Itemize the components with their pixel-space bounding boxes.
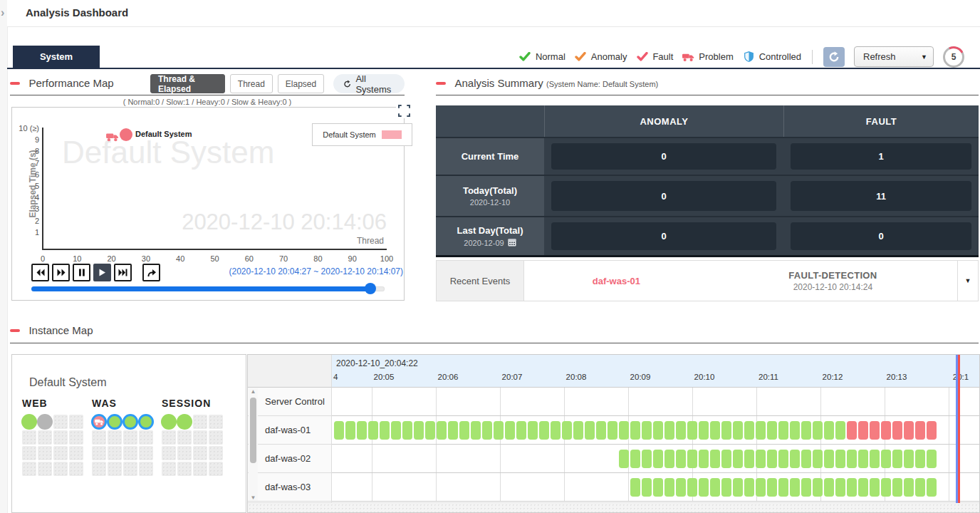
refresh-interval-select[interactable]: Refresh ▼ — [854, 46, 934, 67]
instance-normal[interactable] — [21, 414, 37, 430]
status-square-normal — [801, 478, 811, 497]
timeline-tick: 20:13 — [887, 373, 907, 381]
section-rule — [10, 95, 405, 95]
horizontal-scrollbar[interactable] — [248, 502, 979, 512]
summary-row: Last Day(Total)2020-12-0900 — [436, 216, 979, 255]
status-square-normal — [414, 421, 424, 440]
playback-slider[interactable] — [31, 286, 385, 291]
status-square-normal — [847, 478, 857, 497]
filter-thread-elapsed-button[interactable]: Thread & Elapsed — [150, 74, 225, 93]
summary-col-anomaly: ANOMALY — [544, 105, 783, 137]
timeline-row-divider — [332, 501, 979, 502]
timeline-tick: 20:11 — [759, 373, 778, 381]
pause-button[interactable] — [73, 264, 90, 281]
timeline-tick: 20:12 — [823, 373, 843, 381]
instance-cell-empty — [108, 446, 122, 460]
summary-fault-value[interactable]: 1 — [791, 143, 971, 170]
recent-events-expand-button[interactable]: ▼ — [957, 261, 978, 301]
scroll-down-icon[interactable]: ▼ — [249, 494, 258, 501]
timeline-row-label[interactable]: daf-was-01 — [248, 416, 332, 445]
status-square-normal — [630, 450, 640, 468]
status-square-normal — [756, 450, 766, 468]
instance-normal[interactable] — [161, 414, 177, 430]
instance-cell-empty — [177, 446, 192, 460]
x-tick: 100 — [380, 254, 393, 263]
breadcrumb-chevron-icon[interactable]: › — [1, 6, 4, 19]
y-tick: 5 — [12, 182, 39, 190]
legend-item-fault: Fault — [636, 51, 673, 63]
status-square-normal — [915, 478, 925, 497]
instance-cell-empty — [123, 446, 137, 460]
status-square-normal — [790, 478, 800, 497]
summary-anomaly-value[interactable]: 0 — [551, 222, 776, 250]
status-square-normal — [858, 450, 868, 468]
timeline-header: 2020-12-10_20:04:22 420:0520:0620:0720:0… — [332, 355, 979, 388]
status-square-normal — [596, 421, 606, 440]
status-square-normal — [756, 478, 766, 497]
summary-row-date: 2020-12-10 — [470, 198, 510, 207]
skip-end-button[interactable] — [114, 264, 132, 281]
fullscreen-button[interactable] — [396, 103, 412, 118]
summary-row-date[interactable]: 2020-12-09 — [464, 238, 516, 248]
status-square-normal — [699, 478, 709, 497]
status-square-normal — [619, 421, 629, 440]
status-square-normal — [767, 421, 777, 440]
timeline-start-datetime: 2020-12-10_20:04:22 — [336, 358, 418, 368]
instance-problem-selected[interactable] — [91, 414, 107, 430]
refresh-icon — [343, 79, 351, 89]
instance-cell-empty — [22, 430, 36, 445]
status-square-normal — [676, 421, 686, 440]
summary-fault-value[interactable]: 0 — [791, 222, 971, 250]
scrollbar-thumb[interactable] — [250, 398, 256, 463]
instance-normal-selected[interactable] — [107, 414, 123, 430]
vertical-scrollbar[interactable]: ▲ ▼ — [249, 388, 258, 501]
filter-thread-button[interactable]: Thread — [230, 74, 273, 93]
instance-normal-selected[interactable] — [138, 414, 154, 430]
status-square-normal — [368, 421, 378, 440]
countdown-value: 5 — [952, 52, 956, 62]
summary-fault-value[interactable]: 11 — [791, 181, 971, 211]
instance-cell-empty — [108, 462, 122, 476]
instance-group-title: WAS — [92, 398, 153, 409]
summary-table-head: ANOMALY FAULT — [436, 105, 979, 137]
timeline-tick: 20:09 — [630, 373, 651, 381]
status-square-normal — [642, 421, 652, 440]
timeline-row-label[interactable]: daf-was-03 — [248, 473, 332, 502]
tab-system[interactable]: System — [13, 46, 100, 68]
scroll-up-icon[interactable]: ▲ — [249, 388, 258, 395]
play-button[interactable] — [93, 264, 111, 281]
summary-anomaly-value[interactable]: 0 — [551, 181, 776, 211]
recent-event-instance-link[interactable]: daf-was-01 — [524, 261, 709, 301]
status-square-normal — [653, 421, 663, 440]
x-axis-title: Thread — [357, 236, 384, 246]
fast-forward-button[interactable] — [52, 264, 70, 281]
calendar-icon[interactable] — [508, 238, 516, 248]
all-systems-button[interactable]: All Systems — [333, 74, 405, 93]
refresh-countdown-badge[interactable]: 5 — [943, 46, 964, 68]
status-square-normal — [494, 421, 504, 440]
chart-legend[interactable]: Default System — [312, 123, 412, 146]
system-bubble[interactable] — [120, 128, 132, 141]
recent-events-label: Recent Events — [437, 261, 524, 301]
instance-inactive[interactable] — [37, 414, 53, 430]
instance-normal[interactable] — [177, 414, 192, 430]
instance-cell-empty — [69, 430, 83, 445]
instance-normal-selected[interactable] — [123, 414, 138, 430]
status-square-normal — [459, 421, 469, 440]
y-tick: 4 — [12, 193, 39, 202]
status-square-fault — [927, 421, 937, 440]
status-square-normal — [619, 450, 629, 468]
timeline-row-label[interactable]: Server Control — [248, 388, 332, 416]
y-tick: 8 — [12, 147, 39, 155]
y-tick: 1 — [12, 228, 39, 237]
chart-legend-name: Default System — [323, 130, 376, 139]
instance-cell-empty — [53, 462, 68, 476]
status-square-normal — [813, 478, 823, 497]
filter-elapsed-button[interactable]: Elapsed — [278, 74, 324, 93]
collapsed-sidebar-strip[interactable] — [0, 0, 8, 513]
summary-anomaly-value[interactable]: 0 — [551, 143, 776, 170]
refresh-now-button[interactable] — [823, 47, 845, 67]
rewind-button[interactable] — [31, 264, 49, 281]
status-square-normal — [710, 450, 720, 468]
timeline-row-label[interactable]: daf-was-02 — [248, 445, 332, 473]
